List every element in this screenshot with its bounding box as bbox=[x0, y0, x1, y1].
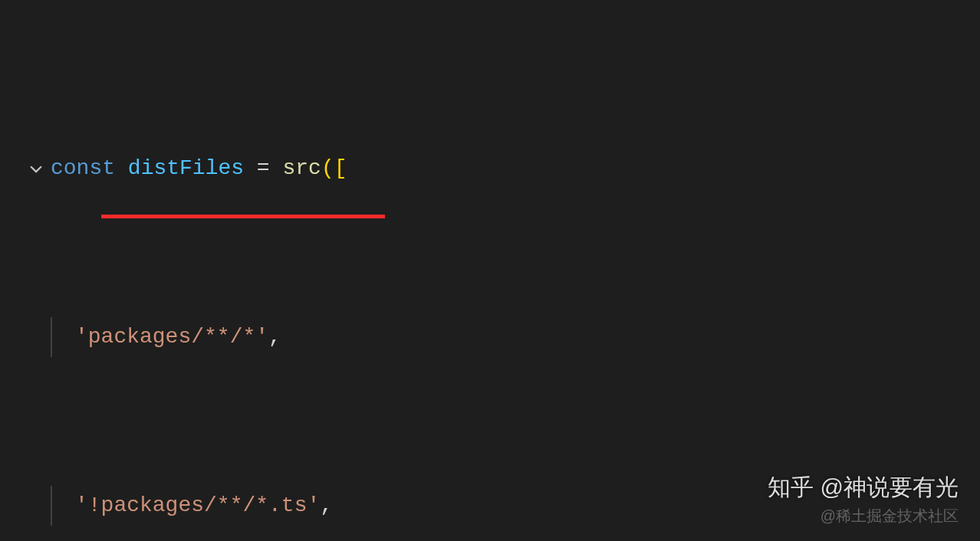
code-editor[interactable]: const distFiles = src([ 'packages/**/*',… bbox=[0, 0, 980, 541]
string-literal: '!packages/**/*.ts' bbox=[75, 490, 320, 522]
fold-icon[interactable] bbox=[28, 160, 44, 177]
watermark-primary: 知乎 @神说要有光 bbox=[768, 470, 959, 504]
code-line[interactable]: const distFiles = src([ bbox=[0, 149, 980, 189]
watermark-secondary: @稀土掘金技术社区 bbox=[821, 504, 959, 527]
red-underline bbox=[101, 215, 385, 218]
keyword-const: const bbox=[51, 152, 115, 185]
gutter bbox=[0, 160, 51, 177]
code-line[interactable]: 'packages/**/*', bbox=[0, 317, 980, 357]
fn-src: src bbox=[282, 152, 321, 185]
string-literal: 'packages/**/*' bbox=[75, 321, 268, 353]
bracket-open: ([ bbox=[321, 152, 347, 185]
indent-guide bbox=[51, 317, 52, 357]
operator: = bbox=[244, 152, 282, 185]
comma: , bbox=[320, 490, 333, 522]
var-distFiles: distFiles bbox=[128, 152, 244, 185]
comma: , bbox=[268, 321, 281, 353]
indent-guide bbox=[51, 486, 52, 526]
